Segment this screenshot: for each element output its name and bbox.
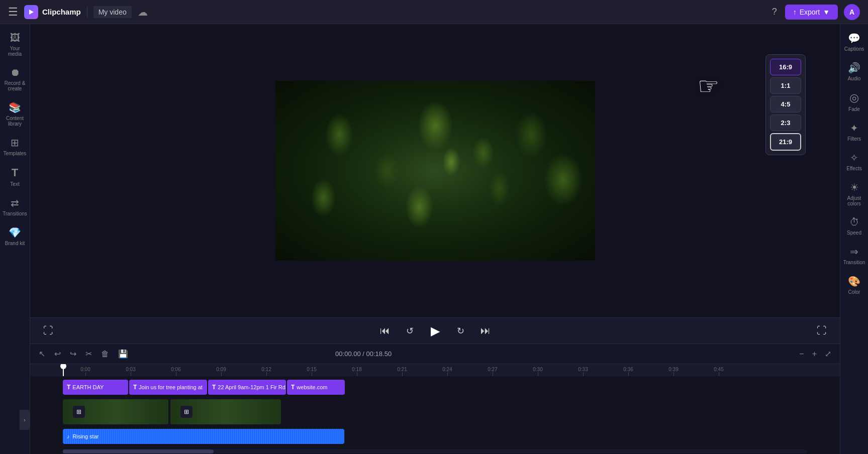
video-content [275,81,595,261]
save-button[interactable]: 💾 [116,348,131,360]
timeline-scrollbar[interactable] [63,449,807,453]
text-clip-website[interactable]: T website.com [287,380,345,395]
video-clip-1[interactable]: ⊞ [63,399,168,424]
filters-icon: ✦ [850,122,858,134]
select-tool-button[interactable]: ↖ [36,348,48,360]
crop-button[interactable]: ⛶ [40,323,56,338]
aspect-ratio-4-5[interactable]: 4:5 [770,96,801,112]
controls-right: ⛶ [814,323,830,338]
sidebar-item-record-create[interactable]: ⏺ Record & create [1,63,29,95]
delete-button[interactable]: 🗑 [99,348,112,360]
timeline-time: 00:00.00 / 00:18.50 [335,350,392,358]
export-button[interactable]: ↑ Export ▼ [785,5,838,20]
current-time: 00:00.00 [335,350,361,358]
content-library-icon: 📚 [9,101,21,113]
audio-track[interactable]: ♪ Rising star [63,429,344,444]
timeline-tracks: T EARTH DAY T Join us for tree planting … [30,376,840,449]
sidebar-label-record-create: Record & create [3,80,27,91]
video-track: ⊞ ⊞ [63,399,281,424]
right-sidebar-audio[interactable]: 🔊 Audio [841,58,867,85]
filters-label: Filters [847,136,861,142]
effects-label: Effects [846,166,861,171]
hamburger-menu[interactable]: ☰ [8,6,18,19]
topbar: ☰ Clipchamp My video ☁ ? ↑ Export ▼ A [0,0,868,24]
sidebar-expand-button[interactable]: › [20,410,30,430]
right-sidebar-filters[interactable]: ✦ Filters [841,118,867,146]
brand-kit-icon: 💎 [9,226,21,239]
cursor-hand-icon: ☞ [698,72,719,100]
aspect-ratio-1-1[interactable]: 1:1 [770,77,801,94]
main-area: 🖼 Your media ⏺ Record & create 📚 Content… [0,24,868,454]
ruler-mark-0: 0:00 [63,367,108,376]
skip-forward-button[interactable]: ⏭ [477,323,494,338]
zoom-out-button[interactable]: − [797,348,806,360]
play-button[interactable]: ▶ [427,322,444,340]
right-sidebar-captions[interactable]: 💬 Captions [841,28,867,56]
help-button[interactable]: ? [770,5,779,19]
record-create-icon: ⏺ [10,67,20,78]
video-preview: 16:9 1:1 4:5 2:3 21:9 ☞ [30,24,840,317]
right-sidebar: 💬 Captions 🔊 Audio ◎ Fade ✦ Filters ✧ Ef… [840,24,868,454]
right-sidebar-transition[interactable]: ⇒ Transition [841,242,867,269]
timeline-playhead[interactable] [63,364,64,376]
fade-label: Fade [848,106,860,112]
text-clip-earth-day[interactable]: T EARTH DAY [63,380,128,395]
speed-icon: ⏱ [849,216,859,228]
ruler-mark-14: 0:45 [696,367,741,376]
export-label: Export [800,8,820,16]
sidebar-item-text[interactable]: T Text [1,162,29,191]
rewind-button[interactable]: ↺ [403,323,417,338]
aspect-ratio-21-9[interactable]: 21:9 [770,133,801,151]
timeline-content: 0:00 0:03 0:06 0:09 0:12 0:15 0:18 0:21 … [30,364,840,454]
video-track-row: ⊞ ⊞ [63,398,840,425]
sidebar-item-your-media[interactable]: 🖼 Your media [1,28,29,61]
timeline-area: ↖ ↩ ↪ ✂ 🗑 💾 00:00.00 / 00:18.50 − + ⤢ [30,344,840,454]
aspect-ratio-16-9[interactable]: 16:9 [770,59,801,75]
redo-button[interactable]: ↪ [67,348,79,360]
sidebar-item-templates[interactable]: ⊞ Templates [1,133,29,160]
forward-button[interactable]: ↻ [454,323,467,338]
captions-label: Captions [844,46,864,52]
fit-button[interactable]: ⤢ [822,348,834,360]
video-clip-2[interactable]: ⊞ [170,399,281,424]
ruler-mark-12: 0:36 [606,367,651,376]
right-sidebar-adjust-colors[interactable]: ☀ Adjust colors [841,177,867,210]
right-sidebar-speed[interactable]: ⏱ Speed [841,212,867,240]
sidebar-label-templates: Templates [4,151,27,156]
ruler-mark-6: 0:18 [334,367,379,376]
text-clip-22-april[interactable]: T 22 April 9am-12pm 1 Fir Rd [208,380,286,395]
transition-icon: ⇒ [850,246,858,258]
fullscreen-button[interactable]: ⛶ [814,323,830,338]
svg-marker-1 [29,10,34,15]
avatar[interactable]: A [844,4,860,20]
effects-icon: ✧ [850,152,858,164]
cloud-icon[interactable]: ☁ [138,6,148,18]
right-sidebar-fade[interactable]: ◎ Fade [841,87,867,116]
sidebar-item-content-library[interactable]: 📚 Content library [1,97,29,131]
aspect-ratio-2-3[interactable]: 2:3 [770,115,801,131]
ruler-marks: 0:00 0:03 0:06 0:09 0:12 0:15 0:18 0:21 … [63,367,840,376]
timeline-scrollbar-thumb[interactable] [63,449,214,453]
adjust-colors-label: Adjust colors [843,195,865,206]
zoom-in-button[interactable]: + [810,348,819,360]
video-title[interactable]: My video [93,6,132,18]
speed-label: Speed [847,230,861,236]
undo-button[interactable]: ↩ [52,348,63,360]
ruler-mark-7: 0:21 [379,367,425,376]
skip-back-button[interactable]: ⏮ [377,323,393,338]
sidebar-item-brand-kit[interactable]: 💎 Brand kit [1,222,29,250]
video-frame [275,81,595,261]
right-sidebar-color[interactable]: 🎨 Color [841,271,867,299]
split-icon-2: ⊞ [180,406,192,418]
sidebar-label-your-media: Your media [3,46,27,57]
color-icon: 🎨 [848,275,860,287]
text-clip-join-us[interactable]: T Join us for tree planting at [129,380,207,395]
ruler-mark-5: 0:15 [289,367,334,376]
cursor-overlay: ☞ [698,72,719,100]
right-sidebar-effects[interactable]: ✧ Effects [841,148,867,175]
topbar-right: ? ↑ Export ▼ A [770,4,860,20]
audio-label-sidebar: Audio [848,76,861,81]
sidebar-item-transitions[interactable]: ⇄ Transitions [1,193,29,220]
transitions-icon: ⇄ [11,197,19,209]
cut-button[interactable]: ✂ [83,348,94,360]
